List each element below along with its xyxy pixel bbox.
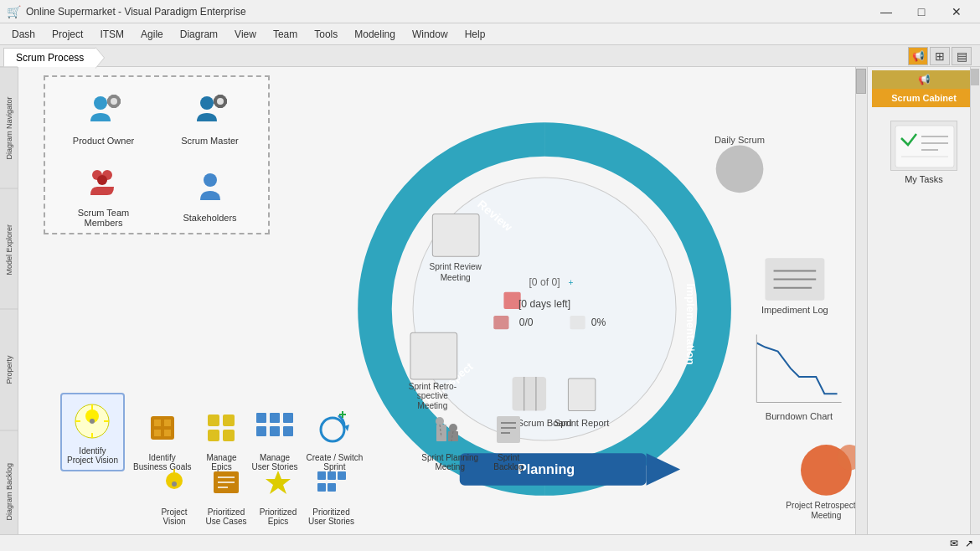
panel-diagram-backlog[interactable]: Diagram Backlog xyxy=(0,430,18,552)
sprint-planning-icon xyxy=(428,406,472,450)
menu-tools[interactable]: Tools xyxy=(306,25,346,44)
menu-agile[interactable]: Agile xyxy=(132,25,172,44)
toolbar-btn-1[interactable]: 📢 xyxy=(908,47,928,65)
product-owner-item[interactable]: Product Owner xyxy=(54,85,153,151)
business-goals-icon xyxy=(141,406,184,450)
project-vision-output-label: ProjectVision xyxy=(161,507,187,526)
user-stories-icon xyxy=(253,406,297,450)
menu-diagram[interactable]: Diagram xyxy=(172,25,226,44)
menu-window[interactable]: Window xyxy=(404,25,456,44)
svg-text:Burndown Chart: Burndown Chart xyxy=(766,411,833,421)
menu-project[interactable]: Project xyxy=(44,25,91,44)
svg-rect-77 xyxy=(283,413,293,423)
prioritized-use-cases-item[interactable]: PrioritizedUse Cases xyxy=(204,461,248,526)
scrum-team-label: Scrum Team Members xyxy=(59,208,148,228)
svg-text:Daily Scrum: Daily Scrum xyxy=(714,135,765,145)
right-panel: 📢 Scrum Cabinet My Tasks xyxy=(867,67,980,551)
svg-rect-91 xyxy=(497,416,520,443)
scrollbar-thumb[interactable] xyxy=(856,69,866,94)
svg-marker-4 xyxy=(647,453,681,485)
svg-rect-45 xyxy=(111,106,116,108)
menu-itsm[interactable]: ITSM xyxy=(91,25,132,44)
svg-rect-54 xyxy=(224,99,227,104)
panel-label: Diagram Navigator xyxy=(5,96,13,159)
svg-rect-52 xyxy=(218,106,223,108)
prioritized-epics-icon xyxy=(256,461,300,504)
scrum-team-item[interactable]: Scrum Team Members xyxy=(54,157,153,233)
svg-rect-18 xyxy=(568,378,595,410)
toolbar-btn-2[interactable]: ⊞ xyxy=(930,47,950,65)
svg-marker-102 xyxy=(266,471,291,494)
scrum-master-item[interactable]: Scrum Master xyxy=(160,85,260,151)
stakeholders-label: Stakeholders xyxy=(183,213,236,223)
stakeholders-item[interactable]: Stakeholders xyxy=(160,157,260,233)
svg-text:[0 days left]: [0 days left] xyxy=(518,298,570,310)
svg-point-58 xyxy=(204,173,217,187)
sprint-planning-item[interactable]: Sprint PlanningMeeting xyxy=(421,406,478,471)
scrum-team-icon xyxy=(83,162,125,204)
project-vision-label: IdentifyProject Vision xyxy=(67,446,118,465)
svg-rect-107 xyxy=(328,483,336,492)
left-sidebar: Diagram Navigator Model Explorer Propert… xyxy=(0,67,18,551)
scrum-master-label: Scrum Master xyxy=(181,136,238,146)
toolbar-btn-3[interactable]: ▤ xyxy=(952,47,972,65)
svg-rect-46 xyxy=(107,99,110,104)
project-vision-output-item[interactable]: ProjectVision xyxy=(152,461,196,526)
svg-text:Impediment Log: Impediment Log xyxy=(761,305,828,315)
project-vision-icon xyxy=(70,399,114,443)
sprint-backlog-icon xyxy=(487,406,530,450)
svg-text:0%: 0% xyxy=(591,317,606,328)
panel-model-explorer[interactable]: Model Explorer xyxy=(0,188,18,310)
tab-scrum-process[interactable]: Scrum Process xyxy=(3,48,96,68)
svg-rect-106 xyxy=(317,483,326,492)
stakeholders-icon xyxy=(189,167,231,209)
titlebar: 🛒 Online Supermarket - Visual Paradigm E… xyxy=(0,0,980,23)
svg-point-97 xyxy=(172,481,177,487)
prioritized-epics-label: PrioritizedEpics xyxy=(260,507,297,526)
planning-items-row2: ProjectVision PrioritizedUse Cases xyxy=(152,461,354,526)
prioritized-uc-icon xyxy=(204,461,248,504)
window-controls: — □ ✕ xyxy=(869,0,973,23)
menu-dash[interactable]: Dash xyxy=(3,25,44,44)
epics-icon xyxy=(199,406,243,450)
tab-toolbar: 📢 ⊞ ▤ xyxy=(908,47,977,65)
tabbar: Scrum Process 📢 ⊞ ▤ xyxy=(0,45,980,67)
vertical-scrollbar[interactable] xyxy=(855,67,867,551)
menu-view[interactable]: View xyxy=(226,25,265,44)
right-panel-scrollbar[interactable] xyxy=(970,67,980,551)
product-owner-icon xyxy=(83,90,125,132)
svg-rect-75 xyxy=(256,413,266,423)
prioritized-stories-item[interactable]: PrioritizedUser Stories xyxy=(308,461,354,526)
arrow-icon[interactable]: ↗ xyxy=(965,538,973,549)
panel-diagram-navigator[interactable]: Diagram Navigator xyxy=(0,67,18,188)
menu-team[interactable]: Team xyxy=(265,25,306,44)
minimize-button[interactable]: — xyxy=(869,0,903,23)
svg-rect-53 xyxy=(214,99,216,104)
canvas: Review Implementation Retrospect Plannin… xyxy=(18,67,867,551)
prioritized-epics-item[interactable]: PrioritizedEpics xyxy=(256,461,300,526)
menu-help[interactable]: Help xyxy=(456,25,494,44)
svg-rect-78 xyxy=(256,426,266,436)
close-button[interactable]: ✕ xyxy=(940,0,973,23)
svg-rect-10 xyxy=(493,316,508,329)
statusbar: ✉ ↗ xyxy=(0,534,980,551)
main-layout: Diagram Navigator Model Explorer Propert… xyxy=(0,67,980,551)
identify-project-vision-item[interactable]: IdentifyProject Vision xyxy=(60,393,125,471)
panel-property[interactable]: Property xyxy=(0,309,18,430)
sprint-backlog-item[interactable]: SprintBacklog xyxy=(487,406,530,471)
planning-items-row1: IdentifyProject Vision IdentifyBusiness … xyxy=(60,393,530,471)
svg-point-57 xyxy=(97,175,107,185)
svg-point-65 xyxy=(90,419,95,424)
svg-rect-85 xyxy=(436,425,446,441)
prioritized-stories-label: PrioritizedUser Stories xyxy=(308,507,354,526)
svg-point-87 xyxy=(436,417,444,425)
email-icon[interactable]: ✉ xyxy=(950,538,958,549)
svg-rect-105 xyxy=(338,471,346,480)
svg-text:Meeting: Meeting xyxy=(811,511,841,520)
create-sprint-icon xyxy=(312,406,356,450)
app-icon: 🛒 xyxy=(7,5,21,18)
right-scrollbar-thumb[interactable] xyxy=(971,69,979,85)
maximize-button[interactable]: □ xyxy=(905,0,938,23)
menu-modeling[interactable]: Modeling xyxy=(346,25,404,44)
svg-rect-79 xyxy=(270,426,280,436)
